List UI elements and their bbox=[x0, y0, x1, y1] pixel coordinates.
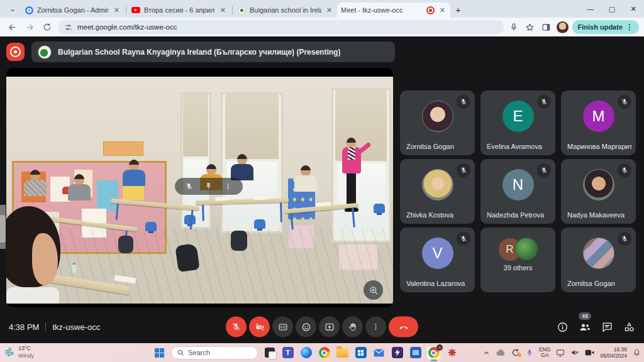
people-panel-button[interactable]: 48 bbox=[579, 321, 591, 333]
browser-menu-icon[interactable]: ⋮ bbox=[626, 23, 633, 31]
window-maximize-button[interactable]: ▢ bbox=[601, 0, 623, 18]
meeting-details-button[interactable] bbox=[557, 321, 569, 333]
present-screen-button[interactable] bbox=[319, 317, 340, 337]
scene-backpack bbox=[175, 243, 200, 272]
record-icon bbox=[10, 47, 21, 57]
task-view-button[interactable] bbox=[263, 346, 276, 359]
participant-tile[interactable]: Zornitsa Gogan bbox=[400, 90, 475, 155]
participant-tile[interactable]: Nadya Makaveeva bbox=[561, 159, 636, 224]
notifications-bell-icon[interactable] bbox=[633, 348, 641, 357]
mail-app-icon[interactable] bbox=[372, 346, 386, 359]
tab-search-chevron-icon[interactable]: ⌄ bbox=[5, 1, 20, 16]
display-icon[interactable] bbox=[556, 349, 565, 357]
raise-hand-button[interactable] bbox=[342, 317, 363, 337]
chrome-app-icon[interactable] bbox=[318, 346, 331, 359]
start-button[interactable] bbox=[153, 346, 166, 359]
mic-off-icon bbox=[618, 232, 631, 246]
purple-app-icon[interactable] bbox=[391, 346, 404, 359]
bookmark-star-icon[interactable] bbox=[524, 21, 536, 33]
remote-desktop-app-icon[interactable] bbox=[409, 346, 422, 359]
main-video-tile[interactable] bbox=[6, 68, 393, 307]
red-app-icon[interactable] bbox=[445, 346, 458, 359]
mic-off-icon bbox=[618, 163, 631, 177]
browser-profile-avatar[interactable] bbox=[557, 21, 569, 33]
site-settings-icon[interactable] bbox=[64, 23, 72, 31]
student-figure bbox=[231, 154, 253, 180]
volume-muted-icon[interactable] bbox=[570, 348, 579, 357]
overflow-avatars: R bbox=[499, 238, 538, 261]
taskbar-clock[interactable]: 16:38 06/04/2024 bbox=[600, 346, 627, 359]
participant-tile[interactable]: Zornitsa Gogan bbox=[561, 228, 636, 292]
microphone-in-use-icon[interactable] bbox=[526, 349, 533, 356]
sync-icon[interactable] bbox=[511, 348, 520, 357]
scene-chair bbox=[145, 222, 157, 231]
taskbar-search[interactable]: Search bbox=[171, 346, 258, 359]
tab-bulgarian-school[interactable]: Bulgarian school in Ireland Dub ✕ bbox=[234, 3, 337, 18]
participant-name: Zornitsa Gogan bbox=[406, 143, 454, 150]
window-close-button[interactable]: ✕ bbox=[623, 0, 644, 18]
onedrive-icon[interactable] bbox=[496, 349, 506, 356]
avatar-photo bbox=[515, 238, 538, 260]
new-tab-button[interactable]: + bbox=[455, 4, 461, 15]
tab-close-icon[interactable]: ✕ bbox=[325, 6, 333, 14]
back-button[interactable] bbox=[5, 20, 19, 34]
more-options-button[interactable] bbox=[365, 317, 386, 337]
chrome-active-app-icon[interactable] bbox=[427, 346, 440, 359]
activities-button[interactable] bbox=[623, 321, 635, 333]
voice-search-icon[interactable] bbox=[508, 21, 520, 33]
reload-button[interactable] bbox=[40, 20, 54, 34]
end-call-button[interactable] bbox=[389, 317, 418, 337]
zoom-in-button[interactable] bbox=[364, 280, 383, 300]
participant-name: Zhivka Kostova bbox=[406, 211, 453, 219]
meeting-code: tkz-uswe-occ bbox=[52, 322, 100, 332]
presenting-banner[interactable]: Bulgarian School Rayna Knyaginya Ireland… bbox=[31, 41, 395, 62]
participant-tile[interactable]: N Nadezhda Petrova bbox=[480, 159, 555, 224]
mic-off-icon bbox=[457, 95, 470, 109]
address-bar[interactable]: meet.google.com/tkz-uswe-occ bbox=[58, 20, 504, 34]
chat-panel-button[interactable] bbox=[601, 321, 613, 333]
captions-button[interactable] bbox=[272, 317, 293, 337]
scene-floor bbox=[6, 229, 393, 304]
left-edge-scroll-fragment bbox=[0, 215, 6, 243]
finish-update-button[interactable]: Finish update ⋮ bbox=[572, 20, 640, 34]
hidden-icons-chevron[interactable] bbox=[483, 349, 490, 356]
tab-close-icon[interactable]: ✕ bbox=[438, 6, 447, 14]
microsoft-store-icon[interactable] bbox=[354, 346, 367, 359]
side-panel-icon[interactable] bbox=[540, 21, 553, 33]
forward-button[interactable] bbox=[23, 20, 36, 34]
pin-icon[interactable] bbox=[204, 182, 213, 190]
tab-admin-console[interactable]: Zornitsa Gogan - Admin Consol ✕ bbox=[21, 3, 125, 18]
browser-toolbar: meet.google.com/tkz-uswe-occ Finish upda… bbox=[0, 18, 644, 36]
mic-toggle-button[interactable] bbox=[226, 317, 247, 337]
camera-in-use-icon[interactable] bbox=[585, 349, 594, 356]
participant-tile[interactable]: Zhivka Kostova bbox=[400, 159, 475, 224]
overflow-participants-tile[interactable]: R 39 others bbox=[480, 228, 555, 292]
recording-button[interactable] bbox=[6, 43, 25, 61]
more-options-icon[interactable] bbox=[224, 182, 232, 190]
file-explorer-icon[interactable] bbox=[336, 346, 349, 359]
window-minimize-button[interactable]: — bbox=[580, 0, 601, 18]
avatar-initial: N bbox=[502, 169, 534, 200]
tab-title: Meet - tkz-uswe-occ bbox=[341, 6, 423, 14]
participant-tile[interactable]: M Маринова Маргарита bbox=[561, 90, 636, 155]
camera-toggle-button[interactable] bbox=[249, 317, 270, 337]
tab-close-icon[interactable]: ✕ bbox=[113, 6, 121, 14]
reactions-button[interactable] bbox=[296, 317, 316, 337]
youtube-favicon bbox=[131, 7, 140, 13]
language-indicator[interactable]: ENG GA bbox=[539, 347, 550, 359]
school-favicon bbox=[238, 6, 246, 14]
mic-off-icon[interactable] bbox=[185, 182, 193, 190]
participant-tile[interactable]: V Valentina Lazarova bbox=[400, 228, 475, 292]
teams-app-icon[interactable]: T bbox=[281, 346, 294, 359]
tab-close-icon[interactable]: ✕ bbox=[219, 6, 227, 14]
tab-title: Bulgarian school in Ireland Dub bbox=[250, 6, 321, 14]
teacher-figure bbox=[341, 138, 362, 212]
finish-update-label: Finish update bbox=[578, 23, 623, 31]
tab-youtube-session[interactable]: Втора сесия - 6 април от 17.30 ✕ bbox=[128, 3, 231, 18]
avatar-photo bbox=[422, 169, 453, 200]
participant-tile[interactable]: E Evelina Avramova bbox=[480, 90, 555, 155]
weather-widget[interactable]: 13°C Windy bbox=[4, 344, 34, 359]
tab-meet-active[interactable]: Meet - tkz-uswe-occ ✕ bbox=[337, 3, 450, 18]
edge-app-icon[interactable] bbox=[299, 346, 313, 359]
mic-off-icon bbox=[457, 163, 470, 177]
